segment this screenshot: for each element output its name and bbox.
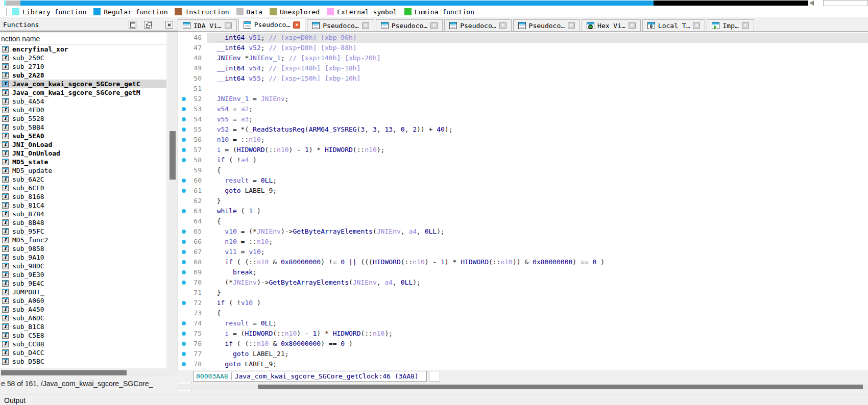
code-text[interactable]: __int64 v55; // [xsp+150h] [xbp-10h] [207,73,868,84]
function-list-item[interactable]: fMD5_state [0,158,166,166]
code-text[interactable]: JNIEnv *JNIEnv_1; // [xsp+140h] [xbp-20h… [207,53,868,63]
function-list-item[interactable]: fJNI_OnLoad [0,140,166,149]
code-text[interactable]: { [207,165,868,175]
code-text[interactable]: } [207,288,868,298]
float-window-icon[interactable] [144,21,152,29]
code-text[interactable]: while ( 1 ) [207,206,868,216]
function-list-item[interactable]: fsub_B1C8 [0,322,166,331]
function-list-item[interactable]: fJava_com_kwai_sgcore_SGCore_getC [0,80,166,88]
output-window-label[interactable]: Output [4,396,26,404]
function-list-item[interactable]: fsub_A6DC [0,314,166,322]
tab-close-icon[interactable]: × [430,22,438,29]
code-text[interactable]: v55 = a3; [207,114,868,124]
function-list-item[interactable]: fsub_9A10 [0,253,166,262]
code-text[interactable]: JNIEnv_1 = JNIEnv; [207,94,868,104]
function-list-item[interactable]: fsub_8784 [0,210,166,218]
tab-close-icon[interactable]: × [693,22,700,29]
function-list-item[interactable]: fsub_9E30 [0,270,166,279]
code-text[interactable] [207,84,868,94]
code-text[interactable]: v54 = a2; [207,104,868,114]
function-list-item[interactable]: fsub_8168 [0,192,166,201]
tab-pseudoco[interactable]: Pseudoco…× [444,19,511,31]
function-list-item[interactable]: fsub_6A2C [0,175,166,184]
tab-pseudoco[interactable]: Pseudoco…× [513,19,580,31]
function-list-item[interactable]: fsub_D5BC [0,357,166,366]
code-text[interactable]: __int64 v52; // [xsp+D8h] [xbp-88h] [207,43,868,53]
tab-close-icon[interactable]: × [362,22,369,29]
function-list-item[interactable]: fsub_CCB8 [0,340,166,348]
code-text[interactable]: if ( (::n10 & 0x80000000) != 0 || (((HID… [207,257,868,267]
code-text[interactable]: n10 = ::n10; [207,135,868,145]
tab-imp[interactable]: Imp…× [707,19,754,31]
function-list-item[interactable]: fencryfinal_xor [0,45,166,54]
function-list-item[interactable]: fJava_com_kwai_sgcore_SGCore_getM [0,88,166,97]
tab-pseudoco[interactable]: Pseudoco…× [307,19,374,31]
functions-horizontal-scrollbar[interactable] [0,369,178,376]
code-text[interactable]: break; [207,267,868,277]
tab-close-icon[interactable]: × [225,22,232,29]
function-list-item[interactable]: fMD5_update [0,166,166,175]
function-list-item[interactable]: fsub_9E4C [0,279,166,288]
code-text[interactable]: v10 = (*JNIEnv)->GetByteArrayElements(JN… [207,226,868,237]
code-text[interactable]: goto LABEL_21; [207,349,868,359]
function-name-column-header[interactable]: nction name [0,33,166,45]
tab-close-icon[interactable]: × [293,21,300,29]
navigation-band[interactable] [4,1,808,6]
code-text[interactable]: { [207,216,868,226]
function-list-item[interactable]: fsub_9858 [0,244,166,253]
function-list-item[interactable]: fsub_5BB4 [0,123,166,132]
code-text[interactable]: result = 0LL; [207,318,868,328]
tab-idavi[interactable]: IDA Vi…× [178,19,237,31]
code-text[interactable]: __int64 v54; // [xsp+148h] [xbp-18h] [207,63,868,73]
function-list-item[interactable]: fsub_4FD0 [0,106,166,114]
tab-close-icon[interactable]: × [499,22,507,29]
scrollbar-thumb[interactable] [1,370,127,375]
scrollbar-thumb[interactable] [170,131,176,180]
function-list-item[interactable]: fsub_5EA0 [0,132,166,140]
function-list-item[interactable]: fJUMPOUT_ [0,288,166,296]
function-list-item[interactable]: fsub_5528 [0,114,166,123]
close-icon[interactable]: × [165,21,173,29]
function-list-item[interactable]: fsub_95FC [0,227,166,236]
function-list-item[interactable]: fsub_C5E8 [0,331,166,340]
code-horizontal-scrollbar[interactable] [178,384,868,390]
pseudocode-view[interactable]: 46 __int64 v51; // [xsp+D0h] [xbp-90h]47… [178,32,868,370]
code-text[interactable]: __int64 v51; // [xsp+D0h] [xbp-90h] [207,33,868,43]
code-text[interactable]: result = 0LL; [207,175,868,186]
code-text[interactable]: v52 = *(_ReadStatusReg(ARM64_SYSREG(3, 3… [207,124,868,135]
function-list-item[interactable]: fsub_9BDC [0,262,166,270]
function-list-item[interactable]: fsub_250C [0,54,166,62]
tab-localt[interactable]: Local T…× [642,19,706,31]
code-text[interactable]: goto LABEL_9; [207,359,868,369]
code-text[interactable]: i = (HIDWORD(::n10) - 1) * HIDWORD(::n10… [207,328,868,339]
code-text[interactable]: (*JNIEnv)->GetByteArrayElements(JNIEnv, … [207,277,868,288]
tab-close-icon[interactable]: × [568,22,575,29]
code-text[interactable]: i = (HIDWORD(::n10) - 1) * HIDWORD(::n10… [207,145,868,155]
function-list-item[interactable]: fsub_81C4 [0,201,166,210]
function-list-item[interactable]: fsub_D4CC [0,348,166,357]
code-text[interactable]: } [207,196,868,206]
code-text[interactable]: if ( (::n10 & 0x80000000) == 0 ) [207,339,868,349]
tab-hexvi[interactable]: Hex Vi…× [582,19,641,31]
code-text[interactable]: v11 = v10; [207,247,868,257]
code-text[interactable]: { [207,308,868,318]
function-list-item[interactable]: fsub_2710 [0,62,166,71]
tab-close-icon[interactable]: × [742,22,749,29]
code-text[interactable]: if ( !v10 ) [207,298,868,308]
code-text[interactable]: if ( !a4 ) [207,155,868,165]
function-list-item[interactable]: fMD5_func2 [0,236,166,244]
functions-vertical-scrollbar[interactable] [168,33,177,369]
tab-close-icon[interactable]: × [629,22,636,29]
restore-icon[interactable] [129,21,136,29]
function-list-item[interactable]: fJNI_OnUnload [0,149,166,158]
tab-pseudoco[interactable]: Pseudoco…× [238,18,305,31]
function-list-item[interactable]: fsub_A450 [0,305,166,314]
functions-title-bar[interactable]: Functions × [0,18,178,32]
tab-pseudoco[interactable]: Pseudoco…× [376,19,443,31]
function-list-item[interactable]: fsub_8B48 [0,218,166,227]
function-list-item[interactable]: fsub_A060 [0,296,166,305]
scrollbar-thumb[interactable] [258,385,863,389]
function-list-item[interactable]: fsub_6CF0 [0,184,166,192]
code-text[interactable]: n10 = ::n10; [207,237,868,247]
function-list-item[interactable]: fsub_4A54 [0,97,166,106]
